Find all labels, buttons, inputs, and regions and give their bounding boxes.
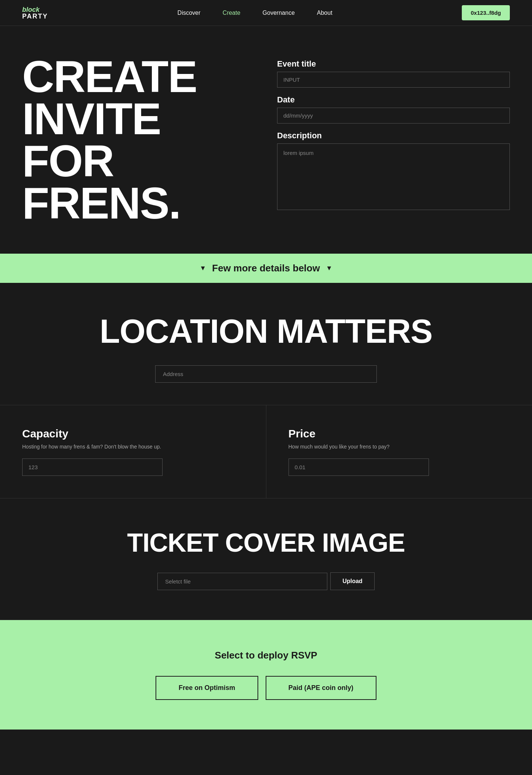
hero-section: CREATE INVITE FOR FRENS. Event title Dat… [0, 26, 532, 254]
event-title-label: Event title [277, 59, 510, 69]
banner-arrow-left: ▼ [200, 264, 206, 272]
logo[interactable]: block PARTY [22, 6, 48, 20]
deploy-title: Select to deploy RSVP [215, 650, 317, 661]
banner-text: Few more details below [212, 263, 320, 274]
ticket-section: TICKET COVER IMAGE Upload [0, 498, 532, 620]
price-description: How much would you like your frens to pa… [289, 444, 510, 450]
date-input[interactable] [277, 108, 510, 123]
date-field: Date [277, 95, 510, 123]
price-box: Price How much would you like your frens… [266, 405, 532, 498]
logo-block-text: block [22, 6, 48, 13]
logo-party-text: PARTY [22, 13, 48, 20]
deploy-buttons: Free on Optimism Paid (APE coin only) [156, 676, 376, 700]
upload-button[interactable]: Upload [330, 572, 375, 590]
navbar: block PARTY Discover Create Governance A… [0, 0, 532, 26]
nav-link-about[interactable]: About [317, 10, 332, 16]
location-section: LOCATION MATTERS [0, 283, 532, 405]
ticket-upload-row: Upload [157, 572, 375, 590]
capacity-price-section: Capacity Hosting for how many frens & fa… [0, 405, 532, 498]
location-title: LOCATION MATTERS [100, 312, 433, 351]
nav-link-governance[interactable]: Governance [263, 10, 295, 16]
nav-links: Discover Create Governance About [177, 10, 332, 16]
deploy-paid-button[interactable]: Paid (APE coin only) [266, 676, 376, 700]
headline-line1: CREATE [22, 55, 255, 98]
capacity-box: Capacity Hosting for how many frens & fa… [0, 405, 266, 498]
event-title-input[interactable] [277, 72, 510, 88]
headline-line2: INVITE [22, 98, 255, 140]
headline-line4: FRENS. [22, 182, 255, 224]
deploy-free-button[interactable]: Free on Optimism [156, 676, 258, 700]
ticket-cover-title: TICKET COVER IMAGE [127, 528, 405, 558]
banner-arrow-right: ▼ [326, 264, 332, 272]
price-input[interactable] [289, 458, 429, 476]
headline-line3: FOR [22, 140, 255, 182]
capacity-description: Hosting for how many frens & fam? Don't … [22, 444, 244, 450]
description-field: Description [277, 131, 510, 211]
price-title: Price [289, 427, 510, 440]
event-form: Event title Date Description [277, 55, 510, 211]
description-textarea[interactable] [277, 143, 510, 210]
address-input[interactable] [155, 365, 377, 383]
capacity-input[interactable] [22, 458, 163, 476]
deploy-section: Select to deploy RSVP Free on Optimism P… [0, 620, 532, 730]
hero-headline: CREATE INVITE FOR FRENS. [22, 55, 255, 224]
file-input[interactable] [157, 573, 327, 590]
nav-link-create[interactable]: Create [223, 10, 241, 16]
details-banner: ▼ Few more details below ▼ [0, 254, 532, 283]
event-title-field: Event title [277, 59, 510, 88]
hero-text: CREATE INVITE FOR FRENS. [22, 55, 255, 224]
date-label: Date [277, 95, 510, 105]
capacity-title: Capacity [22, 427, 244, 440]
nav-link-discover[interactable]: Discover [177, 10, 200, 16]
description-label: Description [277, 131, 510, 141]
wallet-button[interactable]: 0x123..f8dg [462, 5, 510, 20]
